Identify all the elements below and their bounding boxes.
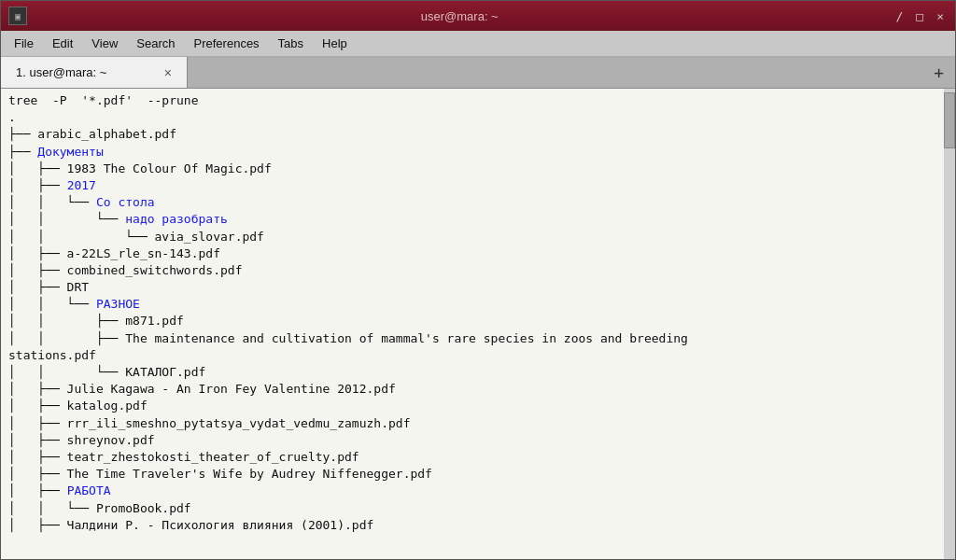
maximize-button[interactable]: □ (912, 9, 927, 23)
window-title: user@mara: ~ (27, 9, 893, 23)
menu-view[interactable]: View (82, 33, 127, 54)
tab-close-button[interactable]: × (164, 65, 172, 80)
tabbar: 1. user@mara: ~ × + (1, 57, 955, 89)
tab-label: 1. user@mara: ~ (16, 65, 106, 79)
menu-search[interactable]: Search (127, 33, 184, 54)
menu-edit[interactable]: Edit (43, 33, 82, 54)
close-button[interactable]: × (933, 9, 948, 23)
menu-tabs[interactable]: Tabs (269, 33, 313, 54)
scrollbar[interactable] (944, 89, 955, 559)
window-icon: ▣ (8, 7, 27, 25)
menubar: File Edit View Search Preferences Tabs H… (1, 31, 955, 57)
new-tab-button[interactable]: + (922, 57, 955, 88)
terminal-window: ▣ user@mara: ~ / □ × File Edit View Sear… (0, 0, 956, 560)
minimize-button[interactable]: / (893, 9, 907, 23)
terminal-output[interactable]: tree -P '*.pdf' --prune . ├── arabic_alp… (1, 89, 944, 559)
menu-file[interactable]: File (5, 33, 43, 54)
scrollbar-thumb[interactable] (944, 92, 955, 148)
window-controls: / □ × (893, 9, 948, 23)
menu-help[interactable]: Help (313, 33, 357, 54)
tab-1[interactable]: 1. user@mara: ~ × (1, 57, 188, 88)
terminal-area: tree -P '*.pdf' --prune . ├── arabic_alp… (1, 89, 955, 559)
menu-preferences[interactable]: Preferences (185, 33, 269, 54)
titlebar: ▣ user@mara: ~ / □ × (1, 1, 955, 31)
